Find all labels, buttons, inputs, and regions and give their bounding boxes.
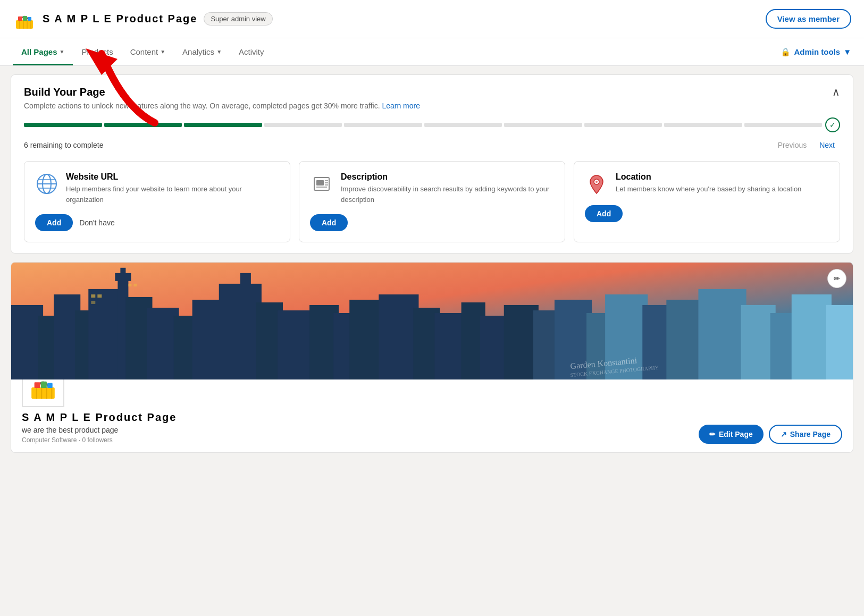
nav-item-analytics[interactable]: Analytics ▼: [174, 38, 230, 65]
progress-segment-5: [344, 123, 422, 127]
task-card-location-header: Location Let members know where you're b…: [585, 172, 829, 196]
share-icon: ↗: [781, 430, 787, 438]
svg-rect-0: [16, 20, 33, 29]
edit-cover-button[interactable]: ✏: [827, 269, 846, 288]
task-card-location-actions: Add: [585, 205, 829, 222]
nav-item-activity[interactable]: Activity: [230, 38, 273, 65]
location-add-button[interactable]: Add: [585, 205, 623, 222]
page-title: S A M P L E Product Page: [43, 13, 197, 25]
task-card-website-actions: Add Don't have: [35, 214, 279, 231]
progress-segment-7: [504, 123, 582, 127]
next-button[interactable]: Next: [814, 138, 840, 153]
build-card-subtitle: Complete actions to unlock new features …: [24, 102, 840, 110]
navbar: All Pages ▼ Products Content ▼ Analytics…: [0, 38, 864, 66]
company-logo-icon: [13, 7, 36, 31]
svg-rect-63: [133, 284, 137, 286]
build-your-page-card: Build Your Page ∧ Complete actions to un…: [11, 74, 853, 254]
remaining-text: 6 remaining to complete: [24, 141, 103, 149]
svg-rect-54: [698, 289, 746, 379]
svg-rect-72: [41, 382, 47, 388]
svg-point-21: [595, 181, 598, 183]
location-pin-icon: [585, 172, 608, 196]
task-card-description-actions: Add: [310, 214, 554, 231]
nav-items: All Pages ▼ Products Content ▼ Analytics…: [13, 38, 273, 65]
task-card-description-text: Description Improve discoverability in s…: [341, 172, 554, 205]
task-card-location-desc: Let members know where you're based by s…: [616, 184, 801, 195]
task-card-website-url: Website URL Help members find your websi…: [24, 161, 290, 242]
svg-rect-15: [316, 180, 324, 185]
svg-rect-53: [666, 300, 703, 379]
progress-segment-10: [744, 123, 823, 127]
svg-rect-29: [115, 273, 131, 281]
chevron-down-icon: ▼: [160, 49, 165, 55]
svg-rect-61: [91, 301, 95, 304]
progress-complete-icon: ✓: [825, 117, 840, 132]
task-card-website-title: Website URL: [66, 172, 279, 182]
description-add-button[interactable]: Add: [310, 214, 348, 231]
main-content: Build Your Page ∧ Complete actions to un…: [0, 66, 864, 461]
task-card-description-header: Description Improve discoverability in s…: [310, 172, 554, 205]
progress-segment-6: [424, 123, 502, 127]
super-admin-badge: Super admin view: [204, 12, 272, 26]
progress-segment-1: [24, 123, 102, 127]
globe-icon: [35, 172, 58, 196]
website-add-button[interactable]: Add: [35, 214, 73, 231]
chevron-down-icon: ▼: [60, 49, 65, 55]
description-icon: [310, 172, 333, 196]
svg-rect-58: [826, 305, 853, 379]
progress-segment-2: [104, 123, 182, 127]
task-card-location-text: Location Let members know where you're b…: [616, 172, 801, 195]
page-preview: Garden Konstantini STOCK EXCHANGE PHOTOG…: [11, 262, 853, 453]
preview-page-name: S A M P L E Product Page: [22, 411, 177, 424]
task-card-website-desc: Help members find your website to learn …: [66, 184, 279, 205]
share-page-button[interactable]: ↗ Share Page: [769, 425, 842, 444]
lock-icon: 🔒: [781, 47, 791, 57]
svg-rect-36: [240, 273, 251, 285]
progress-segments: [24, 123, 822, 127]
task-navigation: Previous Next: [773, 138, 840, 153]
nav-item-all-pages[interactable]: All Pages ▼: [13, 38, 73, 65]
progress-segment-4: [264, 123, 342, 127]
progress-bar: ✓: [24, 117, 840, 132]
cover-photo: Garden Konstantini STOCK EXCHANGE PHOTOG…: [11, 263, 853, 379]
task-card-website-text: Website URL Help members find your websi…: [66, 172, 279, 205]
city-skyline-svg: Garden Konstantini STOCK EXCHANGE PHOTOG…: [11, 263, 853, 379]
preview-page-meta: Computer Software · 0 followers: [22, 436, 177, 444]
progress-segment-3: [184, 123, 262, 127]
view-as-member-button[interactable]: View as member: [766, 9, 851, 29]
admin-tools-menu[interactable]: 🔒 Admin tools ▼: [781, 47, 851, 57]
svg-rect-38: [278, 310, 315, 379]
collapse-button[interactable]: ∧: [832, 86, 840, 98]
build-card-header: Build Your Page ∧: [24, 86, 840, 98]
progress-segment-9: [664, 123, 742, 127]
page-logo-area: S A M P L E Product Page we are the best…: [22, 386, 177, 444]
task-card-location: Location Let members know where you're b…: [574, 161, 840, 242]
task-cards: Website URL Help members find your websi…: [24, 161, 840, 242]
svg-rect-5: [18, 16, 22, 21]
task-card-description: Description Improve discoverability in s…: [299, 161, 565, 242]
progress-segment-8: [584, 123, 662, 127]
svg-rect-6: [23, 16, 27, 21]
task-card-description-desc: Improve discoverability in search result…: [341, 184, 554, 205]
pencil-icon: ✏: [709, 430, 716, 438]
task-card-website-header: Website URL Help members find your websi…: [35, 172, 279, 205]
svg-rect-73: [47, 383, 53, 389]
nav-item-content[interactable]: Content ▼: [122, 38, 174, 65]
header-left: S A M P L E Product Page Super admin vie…: [13, 7, 273, 31]
edit-page-button[interactable]: ✏ Edit Page: [699, 425, 764, 444]
svg-rect-66: [31, 387, 55, 399]
page-info-bar: S A M P L E Product Page we are the best…: [11, 379, 853, 452]
previous-button[interactable]: Previous: [773, 138, 812, 153]
preview-page-tagline: we are the best product page: [22, 426, 177, 434]
svg-rect-60: [97, 294, 102, 298]
svg-rect-35: [219, 284, 262, 379]
svg-rect-71: [35, 382, 40, 388]
nav-item-products[interactable]: Products: [73, 38, 121, 65]
website-dont-have-button[interactable]: Don't have: [79, 218, 115, 227]
svg-rect-59: [91, 294, 95, 298]
svg-rect-62: [128, 284, 131, 286]
chevron-down-icon: ▼: [843, 47, 851, 56]
svg-rect-42: [379, 294, 418, 379]
learn-more-link[interactable]: Learn more: [382, 102, 420, 110]
task-card-description-title: Description: [341, 172, 554, 182]
